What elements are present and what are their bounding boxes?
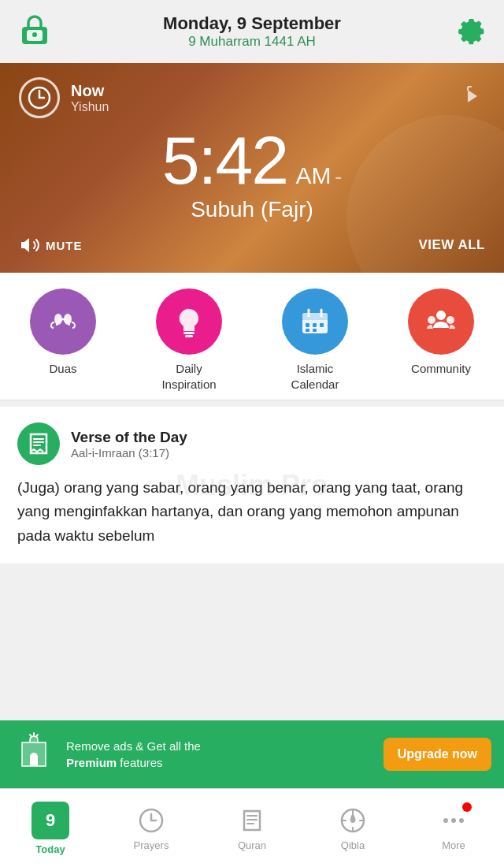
share-icon[interactable] (457, 82, 485, 113)
ad-text: Remove ads & Get all the Premium feature… (66, 738, 372, 771)
prayer-name: Subuh (Fajr) (19, 197, 485, 222)
today-nav-label: Today (35, 843, 65, 855)
svg-point-33 (443, 818, 448, 823)
mute-label: MUTE (46, 239, 83, 252)
community-label: Community (411, 361, 471, 377)
verse-header: Verse of the Day Aal-i-Imraan (3:17) (17, 422, 487, 465)
islamic-calendar-icon-item[interactable]: IslamicCalendar (260, 288, 370, 392)
ad-text-suffix: features (117, 756, 162, 769)
svg-point-21 (428, 316, 435, 324)
nav-qibla[interactable]: Qibla (306, 806, 400, 851)
location-label: Yishun (71, 100, 109, 114)
verse-title: Verse of the Day (71, 429, 187, 446)
daily-inspiration-label: DailyInspiration (161, 361, 216, 392)
more-badge (462, 802, 472, 812)
prayer-dash: - (335, 164, 342, 188)
date-hijri: 9 Muharram 1441 AH (163, 34, 341, 50)
quran-nav-icon (237, 806, 267, 835)
ad-banner: Remove ads & Get all the Premium feature… (0, 720, 504, 788)
duas-label: Duas (49, 361, 76, 377)
view-all-button[interactable]: VIEW ALL (418, 237, 485, 253)
community-icon-circle (408, 288, 474, 355)
mute-button[interactable]: MUTE (19, 235, 83, 255)
svg-rect-17 (320, 323, 324, 327)
svg-point-20 (436, 311, 446, 320)
bottom-nav: 9 Today Prayers Quran (0, 788, 504, 867)
verse-icon (17, 422, 60, 465)
svg-point-7 (64, 314, 72, 325)
nav-today[interactable]: 9 Today (3, 802, 98, 855)
islamic-calendar-label: IslamicCalendar (291, 361, 339, 392)
today-date-box: 9 (32, 802, 69, 839)
community-icon-item[interactable]: Community (386, 288, 496, 377)
mosque-icon (13, 731, 55, 777)
qibla-nav-icon (338, 806, 368, 835)
prayer-ampm: AM (296, 162, 332, 188)
prayers-nav-label: Prayers (134, 839, 169, 851)
prayer-now-info: Now Yishun (19, 77, 109, 118)
duas-icon-item[interactable]: Duas (8, 288, 118, 377)
svg-rect-18 (306, 329, 309, 332)
ad-premium-text: Premium (66, 756, 117, 769)
verse-reference: Aal-i-Imraan (3:17) (71, 446, 187, 460)
status-bar: Monday, 9 September 9 Muharram 1441 AH (0, 0, 504, 63)
svg-rect-16 (313, 323, 317, 327)
more-nav-icon (439, 806, 469, 835)
svg-rect-19 (313, 329, 317, 332)
nav-more[interactable]: More (406, 806, 501, 851)
svg-point-2 (32, 32, 37, 37)
svg-point-6 (54, 314, 62, 325)
svg-point-35 (459, 818, 464, 823)
daily-inspiration-icon-circle (156, 288, 222, 355)
verse-section: Verse of the Day Aal-i-Imraan (3:17) (Ju… (0, 407, 504, 564)
now-label: Now (71, 82, 109, 100)
verse-text: (Juga) orang yang sabar, orang yang bena… (17, 476, 487, 548)
svg-point-22 (447, 316, 454, 324)
verse-title-block: Verse of the Day Aal-i-Imraan (3:17) (71, 429, 187, 460)
date-main: Monday, 9 September (163, 13, 341, 34)
quran-nav-label: Quran (238, 839, 266, 851)
more-nav-label: More (442, 839, 465, 851)
islamic-calendar-icon-circle (282, 288, 348, 355)
qibla-nav-label: Qibla (341, 839, 365, 851)
prayer-banner: Now Yishun 5:42 AM - Subuh (Fajr) MUTE V… (0, 63, 504, 273)
prayers-nav-icon (136, 806, 166, 835)
prayer-time-display: 5:42 AM - (19, 126, 485, 194)
duas-icon-circle (30, 288, 96, 355)
svg-rect-8 (183, 332, 195, 334)
clock-icon (19, 77, 60, 118)
settings-icon[interactable] (450, 11, 488, 52)
svg-rect-12 (302, 313, 328, 320)
svg-rect-15 (306, 323, 309, 327)
prayer-time: 5:42 (162, 122, 287, 198)
ad-text-line1: Remove ads & Get all the (66, 739, 201, 753)
icons-grid: Duas DailyInspiration (0, 273, 504, 400)
daily-inspiration-icon-item[interactable]: DailyInspiration (134, 288, 244, 392)
nav-prayers[interactable]: Prayers (104, 806, 198, 851)
lock-icon (16, 11, 54, 52)
nav-quran[interactable]: Quran (205, 806, 299, 851)
svg-point-34 (451, 818, 456, 823)
upgrade-button[interactable]: Upgrade now (384, 738, 491, 771)
date-info: Monday, 9 September 9 Muharram 1441 AH (163, 13, 341, 50)
svg-rect-9 (185, 335, 193, 337)
